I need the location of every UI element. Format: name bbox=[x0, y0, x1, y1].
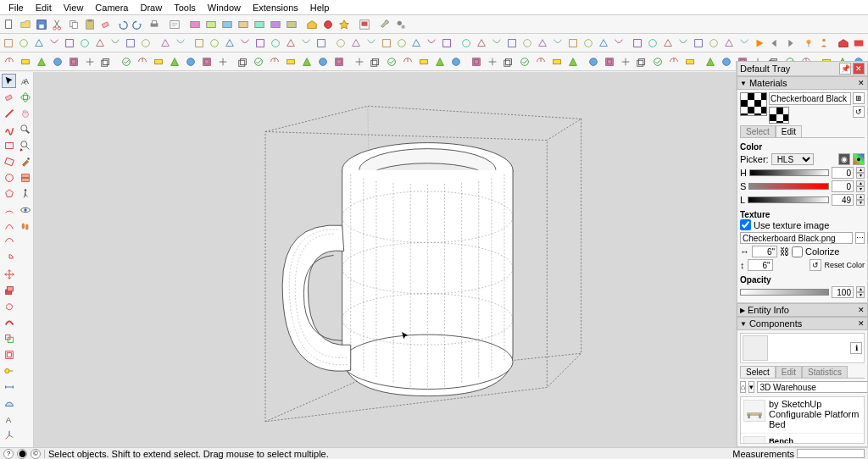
tool3-32-icon[interactable] bbox=[533, 54, 548, 69]
tool3-8-icon[interactable] bbox=[135, 54, 150, 69]
style-3-icon[interactable] bbox=[236, 17, 251, 32]
style-4-icon[interactable] bbox=[252, 17, 267, 32]
walk-tool-icon[interactable] bbox=[18, 186, 32, 201]
move-tool-icon[interactable] bbox=[2, 267, 16, 281]
orbit-tool-icon[interactable] bbox=[18, 90, 32, 104]
section-tool-icon[interactable] bbox=[18, 170, 32, 185]
tool2-14-icon[interactable] bbox=[223, 36, 237, 51]
freehand-tool-icon[interactable] bbox=[2, 122, 16, 136]
tool2-9-icon[interactable] bbox=[139, 36, 153, 51]
h-input[interactable] bbox=[832, 167, 854, 179]
tool3-18-icon[interactable] bbox=[299, 54, 314, 69]
ext-warehouse-icon[interactable] bbox=[320, 17, 336, 32]
geo-status-icon[interactable]: ⬤ bbox=[17, 449, 27, 459]
l-input[interactable] bbox=[832, 194, 854, 206]
opacity-input[interactable] bbox=[832, 286, 854, 298]
tool3-28-icon[interactable] bbox=[469, 54, 484, 69]
tool2-27-icon[interactable] bbox=[425, 36, 439, 51]
warehouse2-icon[interactable] bbox=[837, 36, 851, 51]
text-tool-icon[interactable]: A bbox=[2, 412, 16, 426]
tex-width-input[interactable] bbox=[752, 246, 777, 257]
menu-camera[interactable]: Camera bbox=[90, 2, 133, 14]
tool2-8-icon[interactable] bbox=[124, 36, 138, 51]
tool3-25-icon[interactable] bbox=[416, 54, 431, 69]
offset-tool-icon[interactable] bbox=[2, 347, 16, 362]
tool2-32-icon[interactable] bbox=[504, 36, 519, 51]
comp-tab-stats[interactable]: Statistics bbox=[802, 366, 848, 378]
components-panel-header[interactable]: ▼ Components ✕ bbox=[737, 317, 868, 330]
tool2-6-icon[interactable] bbox=[93, 36, 108, 51]
circle-tool-icon[interactable] bbox=[2, 170, 16, 185]
tool3-29-icon[interactable] bbox=[485, 54, 500, 69]
tool3-13-icon[interactable] bbox=[215, 54, 231, 69]
menu-extensions[interactable]: Extensions bbox=[248, 2, 303, 14]
tool2-2-icon[interactable] bbox=[32, 36, 47, 51]
menu-help[interactable]: Help bbox=[305, 2, 335, 14]
3dtext-tool-icon[interactable]: AA bbox=[18, 74, 32, 88]
tool2-5-icon[interactable] bbox=[78, 36, 92, 51]
tool3-14-icon[interactable] bbox=[236, 54, 251, 69]
tape-tool-icon[interactable] bbox=[2, 363, 16, 378]
pie-tool-icon[interactable] bbox=[2, 251, 16, 265]
tool2-10-icon[interactable] bbox=[158, 36, 172, 51]
zoomext-tool-icon[interactable] bbox=[18, 138, 32, 152]
tool2-37-icon[interactable] bbox=[581, 36, 595, 51]
rectangle-tool-icon[interactable] bbox=[2, 138, 16, 152]
tool3-30-icon[interactable] bbox=[501, 54, 516, 69]
tool2-15-icon[interactable] bbox=[238, 36, 253, 51]
play-icon[interactable] bbox=[752, 36, 766, 51]
cut-icon[interactable] bbox=[50, 17, 65, 32]
tool3-20-icon[interactable] bbox=[331, 54, 347, 69]
tool2-29-icon[interactable] bbox=[459, 36, 474, 51]
tool2-46-icon[interactable] bbox=[722, 36, 737, 51]
send-layout-icon[interactable] bbox=[357, 17, 372, 32]
component-search-input[interactable] bbox=[757, 381, 868, 393]
tool3-15-icon[interactable] bbox=[252, 54, 267, 69]
open-icon[interactable] bbox=[18, 17, 33, 32]
tool2-33-icon[interactable] bbox=[520, 36, 534, 51]
reset-color-icon[interactable]: ↺ bbox=[810, 259, 821, 271]
tool3-12-icon[interactable] bbox=[199, 54, 214, 69]
link-icon[interactable]: ⛓ bbox=[780, 246, 789, 257]
feet-tool-icon[interactable] bbox=[18, 218, 32, 233]
copy-icon[interactable] bbox=[66, 17, 81, 32]
redo-icon[interactable] bbox=[131, 17, 146, 32]
tool2-17-icon[interactable] bbox=[269, 36, 283, 51]
tool2-42-icon[interactable] bbox=[661, 36, 676, 51]
tex-height-input[interactable] bbox=[748, 259, 773, 271]
tool2-1-icon[interactable] bbox=[17, 36, 31, 51]
tool3-40-icon[interactable] bbox=[666, 54, 682, 69]
tool2-43-icon[interactable] bbox=[676, 36, 691, 51]
pushpull-tool-icon[interactable] bbox=[2, 283, 16, 297]
opacity-spin[interactable]: ▴▾ bbox=[856, 286, 865, 298]
create-material-icon[interactable]: 🗎 bbox=[853, 92, 865, 104]
tool2-22-icon[interactable] bbox=[348, 36, 363, 51]
tool2-11-icon[interactable] bbox=[173, 36, 187, 51]
tool3-3-icon[interactable] bbox=[50, 54, 65, 69]
tool3-31-icon[interactable] bbox=[517, 54, 532, 69]
tool3-27-icon[interactable] bbox=[448, 54, 464, 69]
tab-select[interactable]: Select bbox=[740, 125, 776, 137]
tool2-40-icon[interactable] bbox=[631, 36, 645, 51]
tool2-47-icon[interactable] bbox=[737, 36, 751, 51]
default-material-icon[interactable]: ↺ bbox=[853, 106, 865, 118]
component-info-icon[interactable]: ℹ bbox=[850, 342, 862, 354]
browse-texture-icon[interactable]: ⋯ bbox=[855, 232, 865, 244]
help-icon[interactable]: ? bbox=[3, 449, 14, 459]
rotrect-tool-icon[interactable] bbox=[2, 154, 16, 169]
tool2-31-icon[interactable] bbox=[489, 36, 504, 51]
tool3-21-icon[interactable] bbox=[352, 54, 367, 69]
tool3-2-icon[interactable] bbox=[34, 54, 49, 69]
tray-close-icon[interactable]: ✕ bbox=[853, 63, 865, 75]
tool2-20-icon[interactable] bbox=[314, 36, 329, 51]
zoom-tool-icon[interactable] bbox=[18, 122, 32, 136]
tool2-38-icon[interactable] bbox=[596, 36, 610, 51]
tool3-24-icon[interactable] bbox=[400, 54, 415, 69]
tool3-9-icon[interactable] bbox=[151, 54, 166, 69]
eraser-tool-icon[interactable] bbox=[2, 90, 16, 104]
tray-pin-icon[interactable]: 📌 bbox=[839, 63, 851, 75]
material-swatch-secondary[interactable] bbox=[769, 107, 789, 124]
person-icon[interactable] bbox=[817, 36, 832, 51]
save-icon[interactable] bbox=[34, 17, 49, 32]
tool2-24-icon[interactable] bbox=[379, 36, 393, 51]
